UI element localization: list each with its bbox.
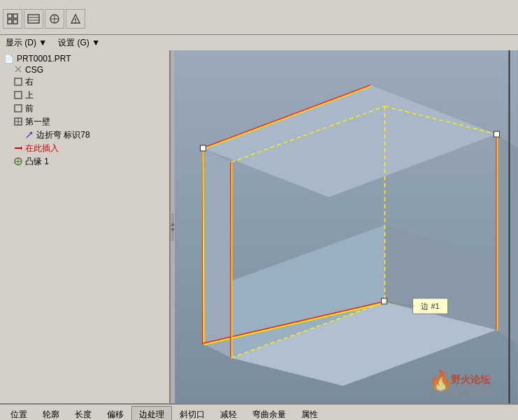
tree-root[interactable]: 📄 PRT0001.PRT — [3, 53, 166, 64]
svg-marker-34 — [497, 134, 518, 344]
tab-轮廓[interactable]: 轮廓 — [35, 406, 67, 421]
tab-属性[interactable]: 属性 — [294, 406, 326, 421]
menu-display[interactable]: 显示 (D) ▼ — [3, 37, 50, 49]
viewport[interactable]: 边 #1 🔥 野火论坛 http://www.typrob.com — [175, 50, 518, 403]
bottom-toolbar: 位置轮廓长度偏移边处理斜切口减轻弯曲余量属性 I ▼ — [0, 403, 518, 420]
tree-icon-5 — [25, 131, 34, 140]
tab-长度[interactable]: 长度 — [67, 406, 99, 421]
svg-rect-53 — [201, 145, 206, 151]
svg-rect-0 — [8, 14, 12, 18]
tree-item-6[interactable]: 在此插入 — [3, 142, 166, 155]
left-panel: 📄 PRT0001.PRT CSG右上前第一壁边折弯 标识78在此插入凸缘 1 — [0, 50, 171, 403]
svg-rect-17 — [15, 105, 22, 112]
tree-items-container: CSG右上前第一壁边折弯 标识78在此插入凸缘 1 — [3, 64, 166, 168]
tab-位置[interactable]: 位置 — [3, 406, 35, 421]
tree-icon-3 — [14, 104, 22, 114]
tab-斜切口[interactable]: 斜切口 — [172, 406, 213, 421]
tree-item-4[interactable]: 第一壁 — [3, 115, 166, 129]
svg-rect-55 — [382, 298, 387, 304]
watermark: 🔥 野火论坛 http://www.typrob.com — [429, 368, 512, 398]
tab-边处理[interactable]: 边处理 — [131, 406, 172, 420]
tab-减轻[interactable]: 减轻 — [213, 406, 245, 421]
tree-item-0[interactable]: CSG — [3, 64, 166, 75]
tree-item-5[interactable]: 边折弯 标识78 — [3, 129, 166, 142]
tree-icon-4 — [14, 117, 22, 127]
tree-icon-1 — [14, 78, 22, 87]
svg-rect-4 — [28, 15, 39, 23]
svg-marker-24 — [21, 146, 22, 150]
svg-marker-35 — [203, 148, 231, 358]
tree-root-icon: 📄 — [4, 55, 14, 64]
menu-settings[interactable]: 设置 (G) ▼ — [55, 37, 103, 49]
tree-item-1[interactable]: 右 — [3, 75, 166, 89]
tab-偏移[interactable]: 偏移 — [99, 406, 131, 421]
toolbar-btn-1[interactable] — [3, 9, 22, 29]
svg-text:边 #1: 边 #1 — [421, 302, 439, 310]
tab-弯曲余量[interactable]: 弯曲余量 — [245, 406, 294, 421]
tab-row: 位置轮廓长度偏移边处理斜切口减轻弯曲余量属性 — [0, 405, 518, 420]
top-toolbar — [0, 0, 518, 35]
svg-rect-2 — [8, 20, 12, 24]
tree-item-7[interactable]: 凸缘 1 — [3, 155, 166, 168]
tree-item-3[interactable]: 前 — [3, 102, 166, 115]
svg-rect-54 — [494, 131, 500, 137]
menu-row: 显示 (D) ▼ 设置 (G) ▼ — [0, 35, 518, 50]
tree-icon-2 — [14, 91, 22, 101]
svg-rect-16 — [15, 92, 22, 99]
tree-item-2[interactable]: 上 — [3, 89, 166, 102]
main-area: 📄 PRT0001.PRT CSG右上前第一壁边折弯 标识78在此插入凸缘 1 — [0, 50, 518, 403]
tree-icon-7 — [14, 157, 22, 167]
tree-area: 📄 PRT0001.PRT CSG右上前第一壁边折弯 标识78在此插入凸缘 1 — [0, 50, 169, 403]
svg-rect-15 — [15, 78, 22, 85]
svg-rect-1 — [13, 14, 17, 18]
svg-point-12 — [75, 22, 76, 23]
toolbar-btn-4[interactable] — [66, 9, 85, 29]
tree-icon-6 — [14, 144, 22, 154]
svg-text:野火论坛: 野火论坛 — [451, 374, 491, 385]
svg-text:http://www.typrob.com: http://www.typrob.com — [429, 389, 491, 396]
tree-icon-0 — [14, 65, 22, 75]
svg-rect-3 — [13, 20, 17, 24]
svg-line-40 — [203, 148, 204, 344]
toolbar-btn-3[interactable] — [45, 9, 64, 29]
toolbar-btn-2[interactable] — [24, 9, 43, 29]
